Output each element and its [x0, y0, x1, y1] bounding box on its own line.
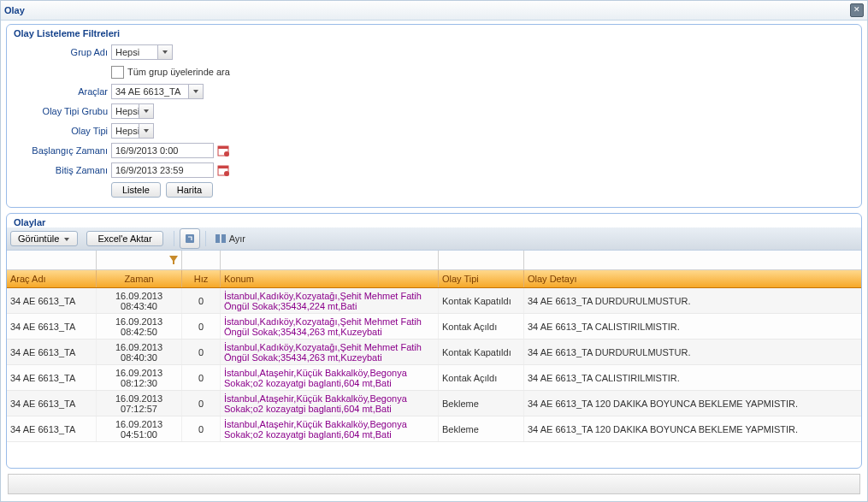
window-title: Olay	[4, 5, 25, 15]
table-row[interactable]: 34 AE 6613_TA16.09.201308:40:300İstanbul…	[7, 340, 861, 365]
table-row[interactable]: 34 AE 6613_TA16.09.201308:43:400İstanbul…	[7, 288, 861, 314]
cell-tip: Kontak Açıldı	[439, 314, 524, 339]
calendar-icon[interactable]	[217, 164, 229, 176]
cell-zaman: 16.09.201304:51:00	[97, 416, 182, 441]
label-araclar: Araçlar	[14, 86, 111, 97]
col-header-arac[interactable]: Araç Adı	[7, 270, 97, 287]
col-header-zaman[interactable]: Zaman	[97, 270, 182, 287]
chevron-down-icon[interactable]	[139, 104, 153, 118]
combo-tip[interactable]: Hepsi	[111, 123, 154, 139]
cell-detay: 34 AE 6613_TA 120 DAKIKA BOYUNCA BEKLEME…	[524, 391, 852, 416]
chevron-down-icon[interactable]	[157, 45, 172, 59]
filter-icon[interactable]	[168, 254, 180, 266]
listele-button[interactable]: Listele	[111, 182, 161, 198]
grid-filter-row	[7, 251, 861, 270]
cell-zaman: 16.09.201308:12:30	[97, 365, 182, 390]
cell-arac: 34 AE 6613_TA	[7, 288, 97, 313]
filter-cell-arac[interactable]	[7, 251, 97, 269]
panel-filters: Olay Listeleme Filtreleri Grup Adı Hepsi…	[6, 24, 862, 208]
status-bar	[8, 474, 860, 494]
svg-rect-6	[186, 234, 194, 243]
filter-cell-detay[interactable]	[524, 251, 852, 269]
chevron-down-icon[interactable]	[139, 124, 153, 138]
cell-arac: 34 AE 6613_TA	[7, 391, 97, 416]
cell-zaman: 16.09.201307:12:57	[97, 391, 182, 416]
label-tum-grup: Tüm grup üyelerinde ara	[127, 67, 230, 77]
cell-arac: 34 AE 6613_TA	[7, 365, 97, 390]
cell-tip: Kontak Kapatıldı	[439, 340, 524, 364]
label-grup: Grup Adı	[14, 47, 111, 57]
cell-konum[interactable]: İstanbul,Ataşehir,Küçük Bakkalköy,Begony…	[221, 365, 439, 390]
label-baslangic: Başlangıç Zamanı	[14, 145, 111, 156]
combo-araclar[interactable]: 34 AE 6613_TA	[111, 84, 204, 99]
table-row[interactable]: 34 AE 6613_TA16.09.201304:51:000İstanbul…	[7, 416, 861, 442]
window-olay: Olay ✕ Olay Listeleme Filtreleri Grup Ad…	[0, 0, 868, 502]
col-header-konum[interactable]: Konum	[221, 270, 439, 287]
combo-tip-grubu[interactable]: Hepsi	[111, 103, 154, 119]
cell-tip: Kontak Kapatıldı	[439, 288, 524, 313]
cell-konum[interactable]: İstanbul,Kadıköy,Kozyatağı,Şehit Mehmet …	[221, 314, 439, 339]
svg-rect-8	[221, 234, 226, 243]
cell-hiz: 0	[182, 391, 221, 416]
svg-rect-7	[216, 234, 220, 243]
col-header-tip[interactable]: Olay Tipi	[439, 270, 524, 287]
filter-cell-hiz[interactable]	[182, 251, 221, 269]
filters-legend: Olay Listeleme Filtreleri	[7, 25, 861, 38]
cell-hiz: 0	[182, 288, 221, 313]
cell-hiz: 0	[182, 340, 221, 364]
chevron-down-icon[interactable]	[188, 85, 203, 98]
cell-tip: Bekleme	[439, 416, 524, 441]
cell-detay: 34 AE 6613_TA DURDURULMUSTUR.	[524, 340, 852, 364]
refresh-icon[interactable]	[180, 228, 200, 249]
cell-detay: 34 AE 6613_TA CALISTIRILMISTIR.	[524, 365, 852, 390]
excel-export-button[interactable]: Excel'e Aktar	[86, 231, 162, 246]
cell-konum[interactable]: İstanbul,Kadıköy,Kozyatağı,Şehit Mehmet …	[221, 288, 439, 313]
table-row[interactable]: 34 AE 6613_TA16.09.201307:12:570İstanbul…	[7, 391, 861, 416]
cell-tip: Kontak Açıldı	[439, 365, 524, 390]
chevron-down-icon	[63, 237, 70, 242]
cell-detay: 34 AE 6613_TA CALISTIRILMISTIR.	[524, 314, 852, 339]
filter-cell-tip[interactable]	[439, 251, 524, 269]
titlebar: Olay ✕	[1, 1, 867, 21]
cell-arac: 34 AE 6613_TA	[7, 340, 97, 364]
cell-arac: 34 AE 6613_TA	[7, 314, 97, 339]
cell-detay: 34 AE 6613_TA 120 DAKIKA BOYUNCA BEKLEME…	[524, 416, 852, 441]
grid-body: 34 AE 6613_TA16.09.201308:43:400İstanbul…	[7, 288, 861, 442]
svg-point-2	[224, 151, 229, 157]
svg-rect-4	[218, 166, 228, 168]
filter-cell-konum[interactable]	[221, 251, 439, 269]
cell-zaman: 16.09.201308:40:30	[97, 340, 182, 364]
cell-konum[interactable]: İstanbul,Kadıköy,Kozyatağı,Şehit Mehmet …	[221, 340, 439, 364]
table-row[interactable]: 34 AE 6613_TA16.09.201308:42:500İstanbul…	[7, 314, 861, 340]
events-toolbar: Görüntüle Excel'e Aktar Ayır	[7, 227, 861, 251]
cell-hiz: 0	[182, 365, 221, 390]
input-bitis[interactable]: 16/9/2013 23:59	[111, 162, 214, 178]
cell-zaman: 16.09.201308:42:50	[97, 314, 182, 339]
svg-point-5	[224, 171, 229, 176]
ayir-button[interactable]: Ayır	[211, 229, 249, 248]
cell-hiz: 0	[182, 314, 221, 339]
cell-tip: Bekleme	[439, 391, 524, 416]
panel-events: Olaylar Görüntüle Excel'e Aktar Ayır	[6, 213, 862, 469]
calendar-icon[interactable]	[217, 145, 229, 157]
input-baslangic[interactable]: 16/9/2013 0:00	[111, 143, 214, 158]
cell-konum[interactable]: İstanbul,Ataşehir,Küçük Bakkalköy,Begony…	[221, 391, 439, 416]
label-bitis: Bitiş Zamanı	[14, 165, 111, 175]
filter-cell-zaman[interactable]	[97, 251, 182, 269]
checkbox-tum-grup[interactable]	[111, 66, 124, 79]
col-header-hiz[interactable]: Hız	[182, 270, 221, 287]
table-row[interactable]: 34 AE 6613_TA16.09.201308:12:300İstanbul…	[7, 365, 861, 391]
close-icon[interactable]: ✕	[850, 3, 864, 17]
svg-rect-1	[218, 146, 228, 149]
col-header-detay[interactable]: Olay Detayı	[524, 270, 852, 287]
harita-button[interactable]: Harita	[166, 182, 213, 198]
combo-grup[interactable]: Hepsi	[111, 44, 173, 60]
goruntule-button[interactable]: Görüntüle	[10, 231, 78, 246]
cell-detay: 34 AE 6613_TA DURDURULMUSTUR.	[524, 288, 852, 313]
label-tip: Olay Tipi	[14, 126, 111, 136]
cell-zaman: 16.09.201308:43:40	[97, 288, 182, 313]
events-title: Olaylar	[7, 214, 861, 227]
cell-arac: 34 AE 6613_TA	[7, 416, 97, 441]
cell-konum[interactable]: İstanbul,Ataşehir,Küçük Bakkalköy,Begony…	[221, 416, 439, 441]
grid-header: Araç Adı Zaman Hız Konum Olay Tipi Olay …	[7, 270, 861, 288]
